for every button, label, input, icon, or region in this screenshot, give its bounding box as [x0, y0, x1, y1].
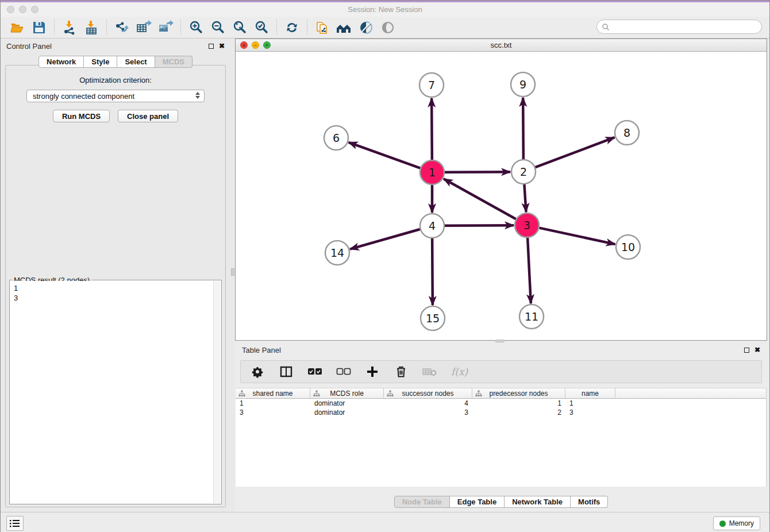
close-panel-button[interactable]: Close panel — [118, 110, 178, 122]
chevron-up-down-icon — [195, 92, 200, 99]
tab-mcds[interactable]: MCDS — [155, 56, 192, 68]
column-header-predecessor-nodes[interactable]: predecessor nodes — [472, 388, 565, 398]
edge-1-6[interactable] — [349, 142, 421, 168]
table-cell[interactable]: 3 — [384, 408, 472, 417]
network-canvas[interactable]: 1234678910111415 — [236, 52, 767, 340]
table-cell[interactable]: 2 — [472, 408, 565, 417]
table-cell[interactable]: 3 — [565, 408, 615, 417]
edge-1-2[interactable] — [445, 172, 510, 172]
edge-4-15[interactable] — [432, 238, 433, 305]
edge-3-10[interactable] — [540, 228, 615, 245]
table-cell[interactable]: 3 — [236, 408, 310, 417]
zoom-selected-icon[interactable] — [253, 19, 270, 36]
edge-2-9[interactable] — [523, 98, 523, 159]
tab-node-table[interactable]: Node Table — [394, 496, 450, 508]
tab-edge-table[interactable]: Edge Table — [450, 496, 505, 508]
search-input[interactable] — [610, 21, 761, 33]
network-window-titlebar[interactable]: scc.txt × − + — [236, 39, 767, 52]
export-image-icon[interactable] — [157, 19, 174, 36]
save-session-icon[interactable] — [30, 19, 48, 36]
table-cell[interactable]: dominator — [310, 408, 384, 417]
edge-4-3[interactable] — [445, 225, 514, 226]
import-network-icon[interactable] — [61, 19, 78, 36]
graph-node-11[interactable]: 11 — [519, 304, 544, 329]
titlebar: Session: New Session — [1, 2, 769, 17]
column-header-label: predecessor nodes — [489, 390, 548, 398]
table-cell[interactable]: 1 — [236, 399, 310, 408]
column-view-icon[interactable] — [279, 364, 294, 379]
edge-2-3[interactable] — [524, 184, 526, 212]
graph-node-6[interactable]: 6 — [324, 126, 348, 150]
tab-motifs[interactable]: Motifs — [571, 496, 608, 508]
import-table-icon[interactable] — [83, 19, 100, 36]
column-header-MCDS-role[interactable]: MCDS role — [310, 388, 384, 398]
column-header-name[interactable]: name — [565, 388, 615, 398]
graph-node-7[interactable]: 7 — [419, 73, 444, 97]
tab-network[interactable]: Network — [38, 56, 84, 68]
edge-2-8[interactable] — [536, 137, 615, 167]
column-header-successor-nodes[interactable]: successor nodes — [384, 388, 472, 398]
table-cell[interactable]: dominator — [310, 399, 384, 408]
table-cell[interactable]: 1 — [472, 399, 565, 408]
edge-3-11[interactable] — [528, 238, 531, 303]
delete-table-icon[interactable] — [422, 364, 437, 379]
main-toolbar — [1, 17, 769, 38]
edge-3-1[interactable] — [444, 179, 516, 219]
memory-button[interactable]: Memory — [713, 516, 760, 530]
float-table-panel-icon[interactable] — [744, 348, 749, 353]
open-file-icon[interactable] — [9, 19, 26, 36]
function-builder-icon[interactable]: f(x) — [451, 366, 468, 377]
mcds-result-item[interactable]: 1 — [14, 283, 213, 293]
splitter-grip[interactable] — [231, 268, 234, 276]
graph-node-1[interactable]: 1 — [420, 160, 444, 184]
graph-node-15[interactable]: 15 — [421, 306, 445, 330]
show-hide-icon[interactable] — [379, 19, 396, 36]
export-network-icon[interactable] — [113, 19, 130, 36]
table-row[interactable]: 3dominator323 — [236, 408, 766, 417]
unselect-all-columns-icon[interactable] — [336, 364, 351, 379]
result-scrollbar[interactable] — [213, 281, 221, 503]
graph-node-3[interactable]: 3 — [515, 213, 539, 237]
first-neighbors-icon[interactable] — [336, 19, 353, 36]
run-mcds-button[interactable]: Run MCDS — [53, 110, 110, 122]
search-box — [596, 20, 762, 34]
tab-select[interactable]: Select — [117, 56, 155, 68]
tab-network-table[interactable]: Network Table — [505, 496, 571, 508]
hierarchy-icon — [238, 390, 245, 397]
graph-node-4[interactable]: 4 — [420, 214, 444, 238]
zoom-in-icon[interactable] — [187, 19, 205, 36]
export-table-icon[interactable] — [135, 19, 152, 36]
panel-splitter[interactable] — [230, 38, 235, 512]
graph-node-14[interactable]: 14 — [325, 241, 349, 265]
graph-node-10[interactable]: 10 — [616, 235, 640, 259]
network-graph[interactable]: 1234678910111415 — [236, 52, 767, 340]
table-panel: Table Panel ✖ — [235, 342, 767, 512]
float-panel-icon[interactable] — [209, 44, 214, 49]
table-row[interactable]: 1dominator411 — [236, 399, 766, 408]
graph-node-9[interactable]: 9 — [511, 72, 535, 97]
zoom-fit-icon[interactable] — [231, 19, 248, 36]
node-label: 10 — [621, 241, 635, 253]
delete-column-icon[interactable] — [394, 364, 409, 379]
close-table-panel-icon[interactable]: ✖ — [754, 346, 760, 353]
zoom-out-icon[interactable] — [209, 19, 226, 36]
task-history-button[interactable] — [6, 516, 24, 531]
edge-1-7[interactable] — [432, 98, 432, 160]
table-cell[interactable]: 4 — [384, 399, 472, 408]
graphics-details-icon[interactable] — [357, 19, 375, 36]
close-panel-icon[interactable]: ✖ — [219, 43, 225, 49]
graph-node-8[interactable]: 8 — [615, 121, 639, 145]
column-header-shared-name[interactable]: shared name — [236, 388, 310, 398]
tab-style[interactable]: Style — [84, 56, 117, 68]
mcds-result-list[interactable]: 13 — [10, 281, 213, 503]
select-all-columns-icon[interactable] — [307, 364, 322, 379]
criterion-select[interactable]: strongly connected component — [26, 90, 205, 102]
add-column-icon[interactable] — [365, 364, 380, 379]
graph-node-2[interactable]: 2 — [511, 160, 536, 184]
apply-layout-icon[interactable] — [283, 19, 301, 36]
settings-gear-icon[interactable] — [250, 364, 265, 379]
mcds-result-item[interactable]: 3 — [14, 293, 213, 303]
table-cell[interactable]: 1 — [565, 399, 615, 408]
edge-4-14[interactable] — [350, 229, 420, 249]
copy-network-icon[interactable] — [314, 19, 331, 36]
